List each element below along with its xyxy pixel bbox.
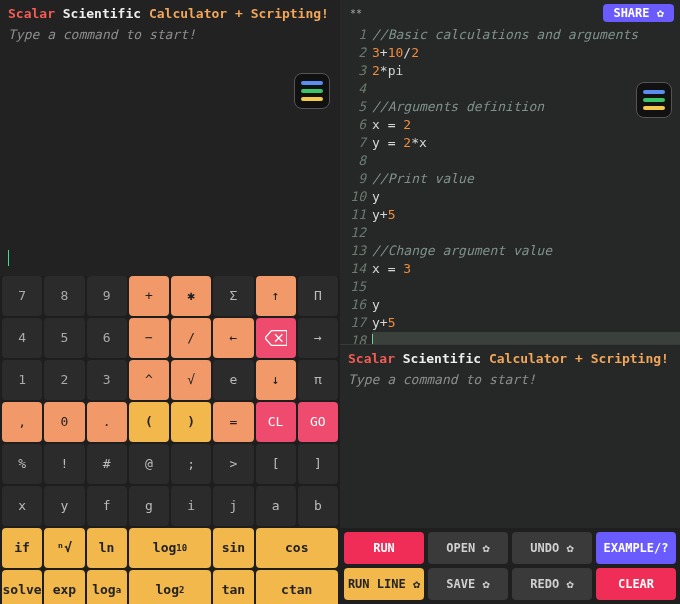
key-[interactable]: %	[2, 444, 42, 484]
title-line: Scalar Scientific Calculator + Scripting…	[340, 345, 680, 368]
key-8[interactable]: 8	[44, 276, 84, 316]
key-[interactable]: ^	[129, 360, 169, 400]
console-area[interactable]: Type a command to start!	[0, 23, 340, 243]
clear-button[interactable]: CLEAR	[596, 568, 676, 600]
console-placeholder: Type a command to start!	[348, 372, 536, 387]
key-[interactable]: π	[298, 360, 338, 400]
key-[interactable]: )	[171, 402, 211, 442]
key-[interactable]: =	[213, 402, 253, 442]
line-number: 14	[340, 260, 366, 278]
key-[interactable]: +	[129, 276, 169, 316]
share-button[interactable]: SHARE ✿	[603, 4, 674, 22]
open-button[interactable]: OPEN ✿	[428, 532, 508, 564]
key-g[interactable]: g	[129, 486, 169, 526]
key-log[interactable]: log10	[129, 528, 212, 568]
key-tan[interactable]: tan	[213, 570, 253, 605]
code-line-7[interactable]: y = 2*x	[372, 134, 680, 152]
key-log[interactable]: loga	[87, 570, 127, 605]
line-number: 4	[340, 80, 366, 98]
key-3[interactable]: 3	[87, 360, 127, 400]
code-line-11[interactable]: y+5	[372, 206, 680, 224]
key-log[interactable]: log2	[129, 570, 212, 605]
code-line-15[interactable]	[372, 278, 680, 296]
undo-button[interactable]: UNDO ✿	[512, 532, 592, 564]
key-[interactable]: →	[298, 318, 338, 358]
key-solve[interactable]: solve	[2, 570, 42, 605]
code-line-5[interactable]: //Arguments definition	[372, 98, 680, 116]
key-4[interactable]: 4	[2, 318, 42, 358]
key-e[interactable]: e	[213, 360, 253, 400]
save-button[interactable]: SAVE ✿	[428, 568, 508, 600]
code-line-17[interactable]: y+5	[372, 314, 680, 332]
example-button[interactable]: EXAMPLE/?	[596, 532, 676, 564]
key-[interactable]	[256, 318, 296, 358]
menu-icon[interactable]	[636, 82, 672, 118]
key-ln[interactable]: ln	[87, 528, 127, 568]
share-row: ** SHARE ✿	[340, 0, 680, 22]
key-[interactable]: ↓	[256, 360, 296, 400]
key-a[interactable]: a	[256, 486, 296, 526]
key-[interactable]: ;	[171, 444, 211, 484]
key-[interactable]: .	[87, 402, 127, 442]
code-line-12[interactable]	[372, 224, 680, 242]
key-[interactable]: ,	[2, 402, 42, 442]
key-exp[interactable]: exp	[44, 570, 84, 605]
code-line-16[interactable]: y	[372, 296, 680, 314]
code-line-3[interactable]: 2*pi	[372, 62, 680, 80]
key-[interactable]: ←	[213, 318, 253, 358]
console-area[interactable]: Type a command to start!	[340, 368, 680, 528]
key-[interactable]: ✱	[171, 276, 211, 316]
key-0[interactable]: 0	[44, 402, 84, 442]
redo-button[interactable]: REDO ✿	[512, 568, 592, 600]
code-line-1[interactable]: //Basic calculations and arguments	[372, 26, 680, 44]
key-i[interactable]: i	[171, 486, 211, 526]
key-1[interactable]: 1	[2, 360, 42, 400]
key-[interactable]: −	[129, 318, 169, 358]
key-x[interactable]: x	[2, 486, 42, 526]
key-5[interactable]: 5	[44, 318, 84, 358]
key-[interactable]: ↑	[256, 276, 296, 316]
code-lines[interactable]: //Basic calculations and arguments3+10/2…	[372, 26, 680, 344]
key-[interactable]: Σ	[213, 276, 253, 316]
key-[interactable]: √	[171, 360, 211, 400]
key-j[interactable]: j	[213, 486, 253, 526]
code-line-6[interactable]: x = 2	[372, 116, 680, 134]
key-[interactable]: >	[213, 444, 253, 484]
key-b[interactable]: b	[298, 486, 338, 526]
code-line-4[interactable]	[372, 80, 680, 98]
key-[interactable]: ⁿ√	[44, 528, 84, 568]
run-line-button[interactable]: RUN LINE ✿	[344, 568, 424, 600]
key-[interactable]: (	[129, 402, 169, 442]
key-[interactable]: !	[44, 444, 84, 484]
code-line-14[interactable]: x = 3	[372, 260, 680, 278]
key-6[interactable]: 6	[87, 318, 127, 358]
key-[interactable]: @	[129, 444, 169, 484]
key-sin[interactable]: sin	[213, 528, 253, 568]
current-line-highlight	[372, 332, 680, 344]
key-if[interactable]: if	[2, 528, 42, 568]
key-[interactable]: [	[256, 444, 296, 484]
code-line-10[interactable]: y	[372, 188, 680, 206]
command-input[interactable]	[0, 243, 340, 276]
run-button[interactable]: RUN	[344, 532, 424, 564]
code-line-8[interactable]	[372, 152, 680, 170]
key-[interactable]: ]	[298, 444, 338, 484]
key-ctan[interactable]: ctan	[256, 570, 339, 605]
key-cl[interactable]: CL	[256, 402, 296, 442]
key-go[interactable]: GO	[298, 402, 338, 442]
code-line-2[interactable]: 3+10/2	[372, 44, 680, 62]
code-line-9[interactable]: //Print value	[372, 170, 680, 188]
key-f[interactable]: f	[87, 486, 127, 526]
code-line-13[interactable]: //Change argument value	[372, 242, 680, 260]
key-[interactable]: #	[87, 444, 127, 484]
menu-icon[interactable]	[294, 73, 330, 109]
key-[interactable]: Π	[298, 276, 338, 316]
code-editor[interactable]: 123456789101112131415161718 //Basic calc…	[340, 22, 680, 344]
key-9[interactable]: 9	[87, 276, 127, 316]
key-[interactable]: /	[171, 318, 211, 358]
key-2[interactable]: 2	[44, 360, 84, 400]
key-y[interactable]: y	[44, 486, 84, 526]
key-7[interactable]: 7	[2, 276, 42, 316]
key-cos[interactable]: cos	[256, 528, 339, 568]
menu-bar-2	[301, 89, 323, 93]
